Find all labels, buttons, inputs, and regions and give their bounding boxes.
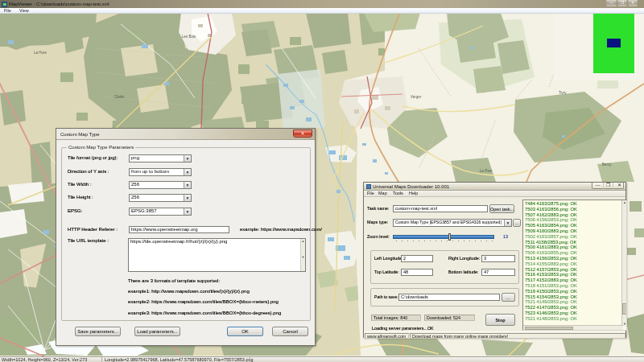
svg-text:Le Parc: Le Parc — [480, 169, 493, 173]
svg-text:Bercy: Bercy — [602, 162, 612, 167]
svg-text:Tivry: Tivry — [559, 91, 567, 95]
svg-text:Les Bois: Les Bois — [182, 35, 196, 39]
svg-text:Clairis: Clairis — [114, 95, 125, 99]
svg-text:La Hure: La Hure — [34, 51, 47, 55]
svg-text:Verger: Verger — [411, 95, 422, 99]
